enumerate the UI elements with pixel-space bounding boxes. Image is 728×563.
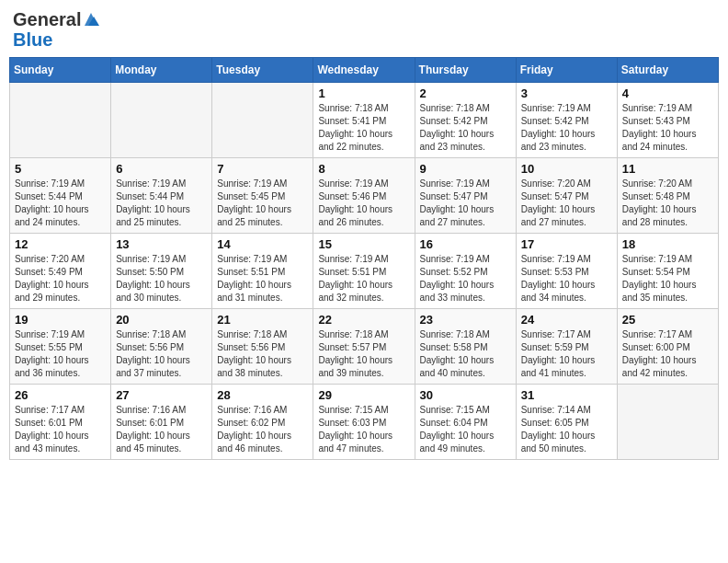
calendar-cell: 26Sunrise: 7:17 AM Sunset: 6:01 PM Dayli… — [10, 385, 111, 460]
calendar-table: SundayMondayTuesdayWednesdayThursdayFrid… — [9, 57, 719, 460]
day-number: 19 — [15, 313, 106, 327]
day-number: 25 — [622, 313, 713, 327]
calendar-cell: 10Sunrise: 7:20 AM Sunset: 5:47 PM Dayli… — [516, 158, 617, 234]
week-row-2: 5Sunrise: 7:19 AM Sunset: 5:44 PM Daylig… — [10, 158, 719, 234]
day-info: Sunrise: 7:18 AM Sunset: 5:57 PM Dayligh… — [318, 328, 409, 380]
day-info: Sunrise: 7:19 AM Sunset: 5:47 PM Dayligh… — [420, 178, 511, 229]
day-number: 28 — [217, 388, 308, 402]
day-number: 8 — [318, 162, 409, 176]
calendar-header-row: SundayMondayTuesdayWednesdayThursdayFrid… — [10, 58, 719, 83]
calendar-cell: 28Sunrise: 7:16 AM Sunset: 6:02 PM Dayli… — [212, 385, 313, 460]
day-info: Sunrise: 7:19 AM Sunset: 5:55 PM Dayligh… — [15, 328, 106, 380]
day-number: 13 — [116, 237, 207, 251]
calendar-cell: 11Sunrise: 7:20 AM Sunset: 5:48 PM Dayli… — [617, 158, 718, 234]
calendar-cell: 3Sunrise: 7:19 AM Sunset: 5:42 PM Daylig… — [516, 83, 617, 158]
day-info: Sunrise: 7:19 AM Sunset: 5:42 PM Dayligh… — [521, 102, 612, 154]
calendar-cell: 18Sunrise: 7:19 AM Sunset: 5:54 PM Dayli… — [617, 234, 718, 309]
day-info: Sunrise: 7:19 AM Sunset: 5:46 PM Dayligh… — [318, 178, 409, 229]
calendar-cell: 6Sunrise: 7:19 AM Sunset: 5:44 PM Daylig… — [111, 158, 212, 234]
week-row-4: 19Sunrise: 7:19 AM Sunset: 5:55 PM Dayli… — [10, 309, 719, 385]
day-number: 23 — [420, 313, 511, 327]
calendar-cell: 16Sunrise: 7:19 AM Sunset: 5:52 PM Dayli… — [415, 234, 516, 309]
calendar-cell: 23Sunrise: 7:18 AM Sunset: 5:58 PM Dayli… — [415, 309, 516, 385]
logo-icon — [83, 11, 99, 28]
day-info: Sunrise: 7:19 AM Sunset: 5:43 PM Dayligh… — [622, 102, 713, 154]
calendar-cell: 19Sunrise: 7:19 AM Sunset: 5:55 PM Dayli… — [10, 309, 111, 385]
day-info: Sunrise: 7:19 AM Sunset: 5:52 PM Dayligh… — [420, 253, 511, 304]
week-row-1: 1Sunrise: 7:18 AM Sunset: 5:41 PM Daylig… — [10, 83, 719, 158]
day-info: Sunrise: 7:19 AM Sunset: 5:53 PM Dayligh… — [521, 253, 612, 304]
day-info: Sunrise: 7:20 AM Sunset: 5:49 PM Dayligh… — [15, 253, 106, 304]
calendar-cell: 30Sunrise: 7:15 AM Sunset: 6:04 PM Dayli… — [415, 385, 516, 460]
calendar-cell — [617, 385, 718, 460]
calendar-cell: 22Sunrise: 7:18 AM Sunset: 5:57 PM Dayli… — [313, 309, 415, 385]
day-number: 14 — [217, 237, 308, 251]
day-number: 29 — [318, 388, 409, 402]
day-header-friday: Friday — [516, 58, 617, 83]
day-number: 6 — [116, 162, 207, 176]
day-info: Sunrise: 7:15 AM Sunset: 6:03 PM Dayligh… — [318, 404, 409, 455]
day-number: 27 — [116, 388, 207, 402]
calendar-cell: 17Sunrise: 7:19 AM Sunset: 5:53 PM Dayli… — [516, 234, 617, 309]
calendar-cell: 2Sunrise: 7:18 AM Sunset: 5:42 PM Daylig… — [415, 83, 516, 158]
day-number: 24 — [521, 313, 612, 327]
day-number: 26 — [15, 388, 106, 402]
day-number: 11 — [622, 162, 713, 176]
day-info: Sunrise: 7:19 AM Sunset: 5:50 PM Dayligh… — [116, 253, 207, 304]
day-number: 12 — [15, 237, 106, 251]
day-number: 30 — [420, 388, 511, 402]
day-info: Sunrise: 7:18 AM Sunset: 5:58 PM Dayligh… — [420, 328, 511, 380]
day-info: Sunrise: 7:19 AM Sunset: 5:54 PM Dayligh… — [622, 253, 713, 304]
day-number: 4 — [622, 86, 713, 100]
calendar-cell — [10, 83, 111, 158]
day-number: 17 — [521, 237, 612, 251]
calendar-cell: 29Sunrise: 7:15 AM Sunset: 6:03 PM Dayli… — [313, 385, 415, 460]
day-info: Sunrise: 7:17 AM Sunset: 6:01 PM Dayligh… — [15, 404, 106, 455]
day-info: Sunrise: 7:15 AM Sunset: 6:04 PM Dayligh… — [420, 404, 511, 455]
calendar-cell: 14Sunrise: 7:19 AM Sunset: 5:51 PM Dayli… — [212, 234, 313, 309]
calendar-cell: 13Sunrise: 7:19 AM Sunset: 5:50 PM Dayli… — [111, 234, 212, 309]
day-header-thursday: Thursday — [415, 58, 516, 83]
logo: General Blue — [13, 9, 99, 50]
day-number: 22 — [318, 313, 409, 327]
day-info: Sunrise: 7:14 AM Sunset: 6:05 PM Dayligh… — [521, 404, 612, 455]
page-header: General Blue — [9, 9, 719, 50]
day-number: 15 — [318, 237, 409, 251]
calendar-cell: 21Sunrise: 7:18 AM Sunset: 5:56 PM Dayli… — [212, 309, 313, 385]
day-info: Sunrise: 7:18 AM Sunset: 5:41 PM Dayligh… — [318, 102, 409, 154]
calendar-cell: 8Sunrise: 7:19 AM Sunset: 5:46 PM Daylig… — [313, 158, 415, 234]
day-number: 16 — [420, 237, 511, 251]
calendar-cell: 5Sunrise: 7:19 AM Sunset: 5:44 PM Daylig… — [10, 158, 111, 234]
day-number: 31 — [521, 388, 612, 402]
day-info: Sunrise: 7:17 AM Sunset: 6:00 PM Dayligh… — [622, 328, 713, 380]
day-number: 7 — [217, 162, 308, 176]
day-number: 3 — [521, 86, 612, 100]
day-info: Sunrise: 7:19 AM Sunset: 5:45 PM Dayligh… — [217, 178, 308, 229]
calendar-cell — [212, 83, 313, 158]
day-info: Sunrise: 7:20 AM Sunset: 5:48 PM Dayligh… — [622, 178, 713, 229]
logo-blue: Blue — [13, 29, 99, 50]
day-info: Sunrise: 7:18 AM Sunset: 5:42 PM Dayligh… — [420, 102, 511, 154]
day-info: Sunrise: 7:19 AM Sunset: 5:44 PM Dayligh… — [116, 178, 207, 229]
calendar-cell: 7Sunrise: 7:19 AM Sunset: 5:45 PM Daylig… — [212, 158, 313, 234]
calendar-cell: 9Sunrise: 7:19 AM Sunset: 5:47 PM Daylig… — [415, 158, 516, 234]
day-number: 2 — [420, 86, 511, 100]
calendar-cell: 15Sunrise: 7:19 AM Sunset: 5:51 PM Dayli… — [313, 234, 415, 309]
day-number: 20 — [116, 313, 207, 327]
day-info: Sunrise: 7:19 AM Sunset: 5:44 PM Dayligh… — [15, 178, 106, 229]
calendar-cell: 12Sunrise: 7:20 AM Sunset: 5:49 PM Dayli… — [10, 234, 111, 309]
day-number: 10 — [521, 162, 612, 176]
calendar-cell: 25Sunrise: 7:17 AM Sunset: 6:00 PM Dayli… — [617, 309, 718, 385]
calendar-cell: 24Sunrise: 7:17 AM Sunset: 5:59 PM Dayli… — [516, 309, 617, 385]
week-row-3: 12Sunrise: 7:20 AM Sunset: 5:49 PM Dayli… — [10, 234, 719, 309]
calendar-cell: 27Sunrise: 7:16 AM Sunset: 6:01 PM Dayli… — [111, 385, 212, 460]
day-header-saturday: Saturday — [617, 58, 718, 83]
day-info: Sunrise: 7:17 AM Sunset: 5:59 PM Dayligh… — [521, 328, 612, 380]
week-row-5: 26Sunrise: 7:17 AM Sunset: 6:01 PM Dayli… — [10, 385, 719, 460]
day-number: 9 — [420, 162, 511, 176]
day-info: Sunrise: 7:18 AM Sunset: 5:56 PM Dayligh… — [217, 328, 308, 380]
calendar-cell: 1Sunrise: 7:18 AM Sunset: 5:41 PM Daylig… — [313, 83, 415, 158]
day-number: 18 — [622, 237, 713, 251]
day-header-sunday: Sunday — [10, 58, 111, 83]
day-info: Sunrise: 7:20 AM Sunset: 5:47 PM Dayligh… — [521, 178, 612, 229]
